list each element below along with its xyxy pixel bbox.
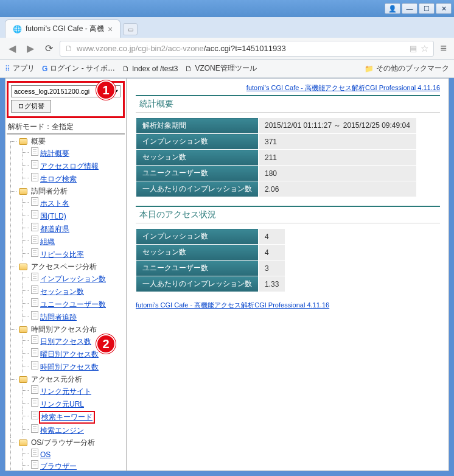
back-button[interactable]: ◀ bbox=[5, 41, 19, 56]
tree-link[interactable]: 生ログ検索 bbox=[40, 175, 77, 183]
tree-link[interactable]: 検索エンジン bbox=[40, 426, 84, 435]
tab-strip: 🌐 futomi's CGI Cafe - 高機 × ▭ bbox=[0, 17, 454, 38]
tree-link[interactable]: 都道府県 bbox=[40, 225, 69, 233]
tree-folder[interactable]: アクセス元分析リンク元サイトリンク元URL検索キーワード検索エンジン bbox=[7, 374, 125, 437]
page-icon bbox=[31, 147, 38, 156]
stat-label: 解析対象期間 bbox=[136, 118, 259, 134]
section-heading-summary: 統計概要 bbox=[136, 95, 440, 113]
tree-link[interactable]: 統計概要 bbox=[40, 149, 69, 158]
tree-item[interactable]: ホスト名 bbox=[19, 197, 125, 209]
credit-link-bottom[interactable]: futomi's CGI Cafe - 高機能アクセス解析CGI Profess… bbox=[136, 301, 329, 309]
tree-link[interactable]: OS bbox=[40, 450, 51, 459]
tree-link[interactable]: 組織 bbox=[40, 237, 55, 246]
tree-link[interactable]: 曜日別アクセス数 bbox=[40, 350, 99, 359]
tree-item[interactable]: 訪問者追跡 bbox=[19, 310, 125, 323]
bookmark-label: Index of /test3 bbox=[132, 65, 178, 73]
tree-item[interactable]: 都道府県 bbox=[19, 222, 125, 235]
maximize-button[interactable]: ☐ bbox=[419, 3, 435, 14]
tree-item[interactable]: 組織 bbox=[19, 235, 125, 248]
table-row: ユニークユーザー数3 bbox=[136, 261, 285, 276]
tree-item[interactable]: 生ログ検索 bbox=[19, 172, 125, 185]
close-window-button[interactable]: ✕ bbox=[436, 3, 452, 14]
page-icon bbox=[31, 348, 38, 357]
callout-badge-1: 1 bbox=[96, 80, 116, 100]
stat-label: 一人あたりのインプレッション数 bbox=[136, 181, 259, 197]
tree-link[interactable]: ユニークユーザー数 bbox=[40, 300, 106, 309]
tree-link[interactable]: ホスト名 bbox=[40, 199, 69, 208]
folder-icon bbox=[19, 138, 27, 145]
tree-link[interactable]: 検索キーワード bbox=[41, 413, 93, 421]
tree-item[interactable]: インプレッション数 bbox=[19, 272, 125, 285]
stat-value: 180 bbox=[259, 166, 417, 181]
tree-link[interactable]: 訪問者追跡 bbox=[40, 313, 77, 321]
new-tab-button[interactable]: ▭ bbox=[123, 23, 138, 35]
folder-icon bbox=[19, 376, 27, 383]
tree-link[interactable]: 時間別アクセス数 bbox=[40, 363, 99, 371]
address-bar[interactable]: 🗋 www.vzone.co.jp/cgi-bin2/acc-vzone/acc… bbox=[60, 41, 434, 57]
tree-item[interactable]: 国(TLD) bbox=[19, 209, 125, 222]
other-bookmarks[interactable]: 📁 その他のブックマーク bbox=[365, 63, 449, 74]
tree-link[interactable]: アクセスログ情報 bbox=[40, 162, 99, 170]
tree-item[interactable]: リンク元URL bbox=[19, 397, 125, 410]
tree-item[interactable]: 検索キーワード bbox=[19, 410, 125, 424]
reload-button[interactable]: ⟳ bbox=[41, 41, 56, 56]
google-icon: G bbox=[42, 65, 47, 73]
bookmark-star-icon[interactable]: ☆ bbox=[421, 43, 428, 54]
tree-link[interactable]: 国(TLD) bbox=[40, 212, 66, 220]
tree-item[interactable]: リピータ比率 bbox=[19, 248, 125, 261]
callout-badge-2: 2 bbox=[96, 334, 116, 354]
tree-item[interactable]: 検索エンジン bbox=[19, 424, 125, 436]
tree-link[interactable]: セッション数 bbox=[40, 287, 84, 296]
main-content: futomi's CGI Cafe - 高機能アクセス解析CGI Profess… bbox=[127, 79, 449, 471]
tree-folder[interactable]: OS/ブラウザー分析OSブラウザー表示言語 bbox=[7, 437, 125, 471]
tree-link[interactable]: ブラウザー bbox=[40, 462, 77, 471]
stat-label: セッション数 bbox=[136, 150, 259, 166]
log-switch-button[interactable]: ログ切替 bbox=[11, 100, 51, 113]
stat-label: セッション数 bbox=[136, 245, 259, 261]
tree-item[interactable]: 時間別アクセス数 bbox=[19, 360, 125, 373]
credit-link-top[interactable]: futomi's CGI Cafe - 高機能アクセス解析CGI Profess… bbox=[246, 84, 440, 91]
bookmark-index[interactable]: 🗋 Index of /test3 bbox=[122, 65, 178, 73]
tree-folder[interactable]: アクセスページ分析インプレッション数セッション数ユニークユーザー数訪問者追跡 bbox=[7, 261, 125, 324]
tree-item[interactable]: ブラウザー bbox=[19, 460, 125, 471]
tree-folder-label: 時間別アクセス分布 bbox=[31, 324, 97, 335]
page-icon bbox=[31, 248, 38, 257]
apps-shortcut[interactable]: ⠿ アプリ bbox=[5, 63, 35, 74]
tree-link[interactable]: インプレッション数 bbox=[40, 275, 106, 283]
folder-icon bbox=[19, 439, 27, 446]
sidebar: access_log.20151200.cgi ログ切替 解析モード：全指定 概… bbox=[5, 79, 127, 471]
tree-link[interactable]: リピータ比率 bbox=[40, 250, 84, 259]
bookmark-label: ログイン - サイボ… bbox=[50, 63, 115, 74]
stat-label: インプレッション数 bbox=[136, 134, 259, 150]
close-tab-icon[interactable]: × bbox=[108, 24, 113, 34]
stat-value: 3 bbox=[259, 261, 285, 276]
table-row: 一人あたりのインプレッション数2.06 bbox=[136, 181, 417, 197]
tree-item[interactable]: OS bbox=[19, 448, 125, 460]
tree-link[interactable]: リンク元URL bbox=[40, 400, 84, 408]
folder-icon bbox=[19, 264, 27, 270]
tree-link[interactable]: リンク元サイト bbox=[40, 387, 91, 396]
tree-folder[interactable]: 概要統計概要アクセスログ情報生ログ検索 bbox=[7, 136, 125, 186]
tree-folder[interactable]: 訪問者分析ホスト名国(TLD)都道府県組織リピータ比率 bbox=[7, 186, 125, 261]
page-icon: 🗋 bbox=[122, 65, 130, 73]
page-viewport: access_log.20151200.cgi ログ切替 解析モード：全指定 概… bbox=[5, 78, 449, 471]
rss-icon[interactable]: ▤ bbox=[410, 44, 417, 53]
bookmark-vzone[interactable]: 🗋 VZONE管理ツール bbox=[185, 63, 256, 74]
tree-item[interactable]: アクセスログ情報 bbox=[19, 159, 125, 172]
tree-item[interactable]: 統計概要 bbox=[19, 147, 125, 159]
forward-button: ▶ bbox=[23, 41, 38, 56]
chrome-user-icon[interactable]: 👤 bbox=[385, 3, 400, 14]
page-icon bbox=[31, 398, 38, 407]
tree-item[interactable]: リンク元サイト bbox=[19, 385, 125, 397]
tree-link[interactable]: 日別アクセス数 bbox=[40, 337, 91, 346]
bookmark-login[interactable]: G ログイン - サイボ… bbox=[42, 63, 115, 74]
folder-icon: 📁 bbox=[365, 65, 374, 73]
tree-item[interactable]: ユニークユーザー数 bbox=[19, 298, 125, 310]
bookmarks-bar: ⠿ アプリ G ログイン - サイボ… 🗋 Index of /test3 🗋 … bbox=[0, 60, 454, 78]
stat-label: インプレッション数 bbox=[136, 229, 259, 245]
browser-tab[interactable]: 🌐 futomi's CGI Cafe - 高機 × bbox=[5, 19, 120, 38]
chrome-menu-icon[interactable]: ≡ bbox=[438, 42, 449, 55]
minimize-button[interactable]: — bbox=[402, 3, 417, 14]
stat-value: 1.33 bbox=[259, 276, 285, 292]
tree-item[interactable]: セッション数 bbox=[19, 285, 125, 298]
